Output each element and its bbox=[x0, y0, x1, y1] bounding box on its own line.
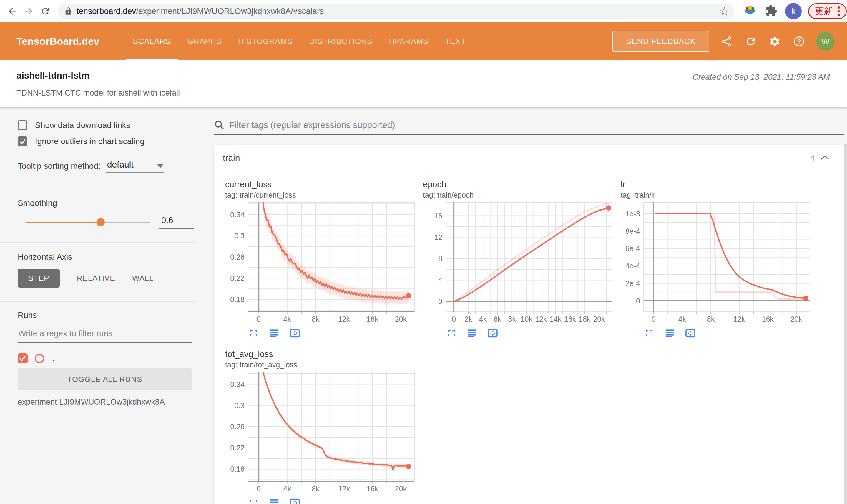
forward-arrow-icon bbox=[23, 6, 34, 16]
browser-forward-button[interactable] bbox=[21, 3, 37, 19]
expand-chart-icon[interactable] bbox=[247, 497, 260, 504]
svg-text:0.22: 0.22 bbox=[230, 274, 245, 282]
chart-plot[interactable]: 02k4k6k8k10k12k14k16k18k20k0481216 bbox=[423, 201, 613, 324]
svg-text:0.26: 0.26 bbox=[230, 253, 245, 261]
chart-plot[interactable]: 04k8k12k16k20k0.180.220.260.30.34 bbox=[225, 201, 415, 324]
svg-text:20k: 20k bbox=[395, 315, 407, 323]
tab-distributions[interactable]: DISTRIBUTIONS bbox=[301, 22, 381, 60]
reload-data-button[interactable] bbox=[744, 35, 758, 48]
svg-text:12k: 12k bbox=[733, 315, 745, 323]
axis-step-button[interactable]: STEP bbox=[18, 269, 60, 288]
chart-tag: tag: train/epoch bbox=[423, 191, 616, 199]
tooltip-sorting-select[interactable]: default bbox=[106, 160, 164, 173]
run-checkbox[interactable] bbox=[18, 354, 28, 363]
chart-plot[interactable]: 04k8k12k16k20k02e-44e-46e-48e-41e-3 bbox=[621, 201, 811, 324]
smoothing-value-input[interactable]: 0.6 bbox=[159, 216, 194, 229]
settings-button[interactable] bbox=[768, 35, 782, 48]
tab-histograms[interactable]: HISTOGRAMS bbox=[230, 22, 301, 60]
toggle-y-axis-icon[interactable] bbox=[664, 327, 676, 339]
ignore-outliers-row[interactable]: Ignore outliers in chart scaling bbox=[18, 137, 195, 146]
svg-text:0.34: 0.34 bbox=[230, 380, 245, 389]
svg-text:0.26: 0.26 bbox=[230, 422, 245, 431]
charts-grid: current_loss tag: train/current_loss 04k… bbox=[214, 172, 844, 504]
axis-relative-button[interactable]: RELATIVE bbox=[77, 274, 115, 283]
url-host: tensorboard.dev bbox=[76, 6, 136, 16]
svg-text:16k: 16k bbox=[366, 485, 379, 493]
ignore-outliers-checkbox[interactable] bbox=[18, 137, 28, 146]
sidebar-divider bbox=[0, 242, 195, 243]
url-text: tensorboard.dev/experiment/LJI9MWUORLOw3… bbox=[76, 6, 324, 16]
expand-chart-icon[interactable] bbox=[445, 327, 457, 339]
chart-plot[interactable]: 04k8k12k16k20k0.180.220.260.30.34 bbox=[225, 371, 415, 494]
toggle-all-runs-button[interactable]: TOGGLE ALL RUNS bbox=[18, 368, 192, 391]
tag-group-header[interactable]: train 4 bbox=[214, 145, 844, 172]
axis-wall-button[interactable]: WALL bbox=[132, 274, 154, 283]
tab-graphs[interactable]: GRAPHS bbox=[179, 22, 230, 60]
show-download-links-row[interactable]: Show data download links bbox=[18, 120, 195, 130]
search-icon bbox=[214, 120, 225, 130]
experiment-description: TDNN-LSTM CTC model for aishell with ice… bbox=[16, 89, 831, 97]
app-logo: TensorBoard.dev bbox=[16, 36, 100, 47]
tab-scalars[interactable]: SCALARS bbox=[125, 22, 179, 60]
extensions-puzzle-icon[interactable] bbox=[765, 4, 778, 18]
help-button[interactable]: ? bbox=[792, 35, 806, 48]
show-download-links-checkbox[interactable] bbox=[18, 120, 28, 130]
salad-extension-icon[interactable] bbox=[742, 3, 758, 19]
chart-toolbar bbox=[247, 327, 418, 339]
sidebar-divider bbox=[0, 301, 195, 302]
svg-text:0: 0 bbox=[257, 485, 261, 493]
svg-text:0.34: 0.34 bbox=[230, 211, 245, 219]
tab-hparams[interactable]: HPARAMS bbox=[381, 22, 437, 60]
fit-domain-icon[interactable] bbox=[289, 327, 301, 339]
svg-text:10k: 10k bbox=[521, 315, 533, 323]
svg-text:16: 16 bbox=[434, 212, 442, 220]
chevron-up-icon[interactable] bbox=[820, 155, 830, 161]
share-icon bbox=[721, 36, 732, 47]
svg-text:18k: 18k bbox=[578, 315, 591, 323]
svg-text:0: 0 bbox=[452, 315, 456, 323]
user-avatar[interactable]: W bbox=[816, 32, 835, 51]
filter-tags-input[interactable] bbox=[229, 120, 844, 130]
smoothing-slider[interactable] bbox=[27, 217, 150, 228]
share-button[interactable] bbox=[720, 35, 733, 48]
toggle-y-axis-icon[interactable] bbox=[268, 327, 280, 339]
toggle-y-axis-icon[interactable] bbox=[268, 497, 280, 504]
fit-domain-icon[interactable] bbox=[684, 327, 697, 339]
run-color-swatch bbox=[35, 354, 44, 363]
chart-epoch: epoch tag: train/epoch 02k4k6k8k10k12k14… bbox=[423, 180, 616, 339]
svg-text:4k: 4k bbox=[283, 485, 291, 493]
tab-text[interactable]: TEXT bbox=[437, 22, 474, 60]
svg-text:16k: 16k bbox=[762, 315, 774, 323]
svg-text:0: 0 bbox=[652, 315, 656, 323]
app-header: TensorBoard.dev SCALARS GRAPHS HISTOGRAM… bbox=[0, 22, 847, 60]
run-name: . bbox=[52, 354, 55, 363]
refresh-icon bbox=[745, 36, 757, 47]
svg-text:12k: 12k bbox=[338, 315, 350, 323]
browser-reload-button[interactable] bbox=[37, 3, 54, 19]
slider-thumb[interactable] bbox=[97, 218, 105, 227]
chart-lr: lr tag: train/lr 04k8k12k16k20k02e-44e-4… bbox=[621, 180, 814, 339]
browser-profile-avatar[interactable]: k bbox=[785, 3, 802, 19]
sidebar-divider bbox=[0, 188, 195, 188]
expand-chart-icon[interactable] bbox=[247, 327, 260, 339]
svg-text:4k: 4k bbox=[678, 315, 686, 323]
reload-icon bbox=[40, 6, 50, 16]
browser-menu-kebab-icon[interactable] bbox=[837, 5, 841, 17]
svg-text:16k: 16k bbox=[366, 315, 379, 323]
fit-domain-icon[interactable] bbox=[486, 327, 499, 339]
chart-toolbar bbox=[445, 327, 616, 339]
fit-domain-icon[interactable] bbox=[289, 497, 301, 504]
chevron-down-icon bbox=[157, 164, 163, 168]
send-feedback-button[interactable]: SEND FEEDBACK bbox=[612, 31, 709, 52]
expand-chart-icon[interactable] bbox=[643, 327, 655, 339]
bookmark-star-icon[interactable]: ☆ bbox=[719, 5, 729, 17]
browser-back-button[interactable] bbox=[4, 3, 21, 19]
tag-group-name: train bbox=[223, 153, 240, 163]
scrollbar[interactable] bbox=[844, 144, 847, 504]
toggle-y-axis-icon[interactable] bbox=[466, 327, 478, 339]
smoothing-label: Smoothing bbox=[18, 198, 195, 208]
browser-update-button[interactable]: 更新 bbox=[808, 3, 847, 19]
run-row[interactable]: . bbox=[18, 354, 195, 363]
address-bar[interactable]: tensorboard.dev/experiment/LJI9MWUORLOw3… bbox=[58, 3, 734, 19]
runs-filter-input[interactable] bbox=[18, 329, 192, 343]
